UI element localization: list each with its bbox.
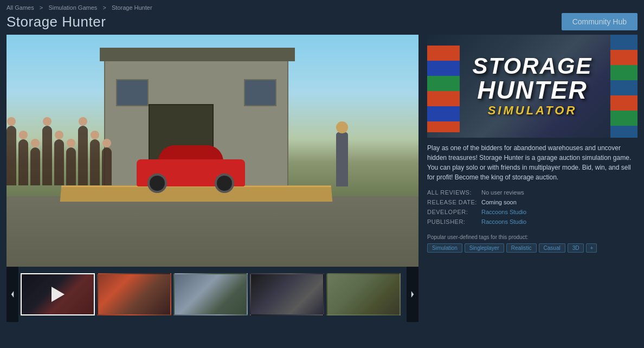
info-table: ALL REVIEWS: No user reviews RELEASE DAT… [427,188,637,227]
tags-label: Popular user-defined tags for this produ… [427,234,637,240]
release-value: Coming soon [481,197,637,207]
person-2 [18,139,28,185]
main-screenshot[interactable] [7,35,418,267]
page-title: Storage Hunter [7,14,106,30]
game-description: Play as one of the bidders for abandoned… [427,143,637,182]
chevron-right-icon [409,291,416,298]
left-panel [7,35,418,322]
play-icon [51,287,65,302]
tag-singleplayer[interactable]: Singleplayer [465,243,504,253]
svg-marker-1 [411,291,414,298]
main-content: STORAGE HUNTER SIMULATOR Play as one of … [0,35,644,322]
thumbnail-2[interactable] [97,273,171,315]
breadcrumb-all-games[interactable]: All Games [7,4,34,11]
building-roof [100,48,295,61]
reviews-label: ALL REVIEWS: [427,188,481,197]
car-wheel-back [147,173,167,193]
thumbnail-4[interactable] [250,273,324,315]
page-header: Storage Hunter Community Hub [0,12,644,35]
play-overlay-1 [22,274,94,314]
scene-platform [60,185,333,202]
person-6 [66,147,76,185]
breadcrumb-game[interactable]: Storage Hunter [112,4,152,11]
scene-ground [7,196,418,267]
tag-simulation[interactable]: Simulation [427,243,462,253]
community-hub-button[interactable]: Community Hub [562,13,637,30]
breadcrumb: All Games > Simulation Games > Storage H… [0,0,644,12]
tag-realistic[interactable]: Realistic [506,243,537,253]
release-row: RELEASE DATE: Coming soon [427,197,637,207]
scene-car [137,146,245,186]
tag-more-button[interactable]: + [586,243,597,253]
person-1 [7,126,16,185]
scene-auctioneer [336,132,348,186]
publisher-row: PUBLISHER: Raccoons Studio [427,217,637,227]
thumbnails-scroll [18,267,407,322]
chevron-left-icon [9,291,16,298]
tags-section: Popular user-defined tags for this produ… [427,234,637,253]
publisher-label: PUBLISHER: [427,217,481,227]
logo-line1: STORAGE [473,55,593,78]
person-7 [78,126,88,185]
logo-line3: SIMULATOR [488,104,577,118]
thumbnail-3[interactable] [173,273,248,315]
person-3 [30,147,40,185]
person-4 [42,126,52,185]
tag-casual[interactable]: Casual [539,243,565,253]
car-wheel-front [215,173,234,193]
person-8 [90,139,100,185]
developer-label: DEVELOPER: [427,207,481,217]
publisher-value[interactable]: Raccoons Studio [481,217,637,227]
logo-text-area: STORAGE HUNTER SIMULATOR [427,35,637,138]
tag-3d[interactable]: 3D [568,243,584,253]
developer-row: DEVELOPER: Raccoons Studio [427,207,637,217]
reviews-value: No user reviews [481,188,637,197]
right-panel: STORAGE HUNTER SIMULATOR Play as one of … [427,35,637,322]
scene-crowd [7,88,115,185]
game-logo-area: STORAGE HUNTER SIMULATOR [427,35,637,138]
developer-value[interactable]: Raccoons Studio [481,207,637,217]
svg-marker-0 [11,291,14,298]
next-thumbnail-button[interactable] [407,267,418,322]
prev-thumbnail-button[interactable] [7,267,18,322]
release-label: RELEASE DATE: [427,197,481,207]
building-window-right [244,79,276,106]
person-9 [102,147,112,185]
logo-line2: HUNTER [477,78,588,102]
breadcrumb-simulation[interactable]: Simulation Games [48,4,97,11]
reviews-row: ALL REVIEWS: No user reviews [427,188,637,197]
thumbnail-5[interactable] [326,273,401,315]
thumbnail-1[interactable] [21,273,95,315]
person-5 [54,139,64,185]
tags-list: Simulation Singleplayer Realistic Casual… [427,243,637,253]
thumbnails-bar [7,267,418,322]
building-window-left [116,79,149,106]
